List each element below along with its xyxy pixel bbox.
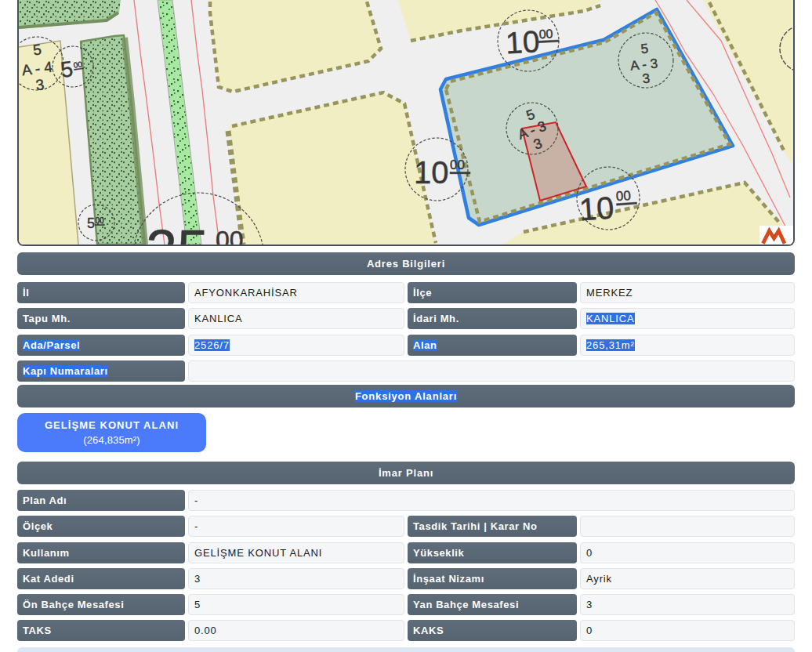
svg-text:5: 5 xyxy=(640,41,649,56)
svg-text:00: 00 xyxy=(96,216,105,225)
svg-text:00: 00 xyxy=(450,158,465,172)
svg-text:10: 10 xyxy=(505,24,541,60)
svg-text:10: 10 xyxy=(578,190,614,227)
svg-text:25: 25 xyxy=(146,219,208,244)
svg-text:5: 5 xyxy=(87,216,95,231)
svg-text:10: 10 xyxy=(414,155,449,190)
svg-text:3: 3 xyxy=(642,71,651,86)
svg-text:00: 00 xyxy=(538,27,553,41)
svg-text:00: 00 xyxy=(216,226,244,244)
svg-text:00: 00 xyxy=(615,188,631,204)
